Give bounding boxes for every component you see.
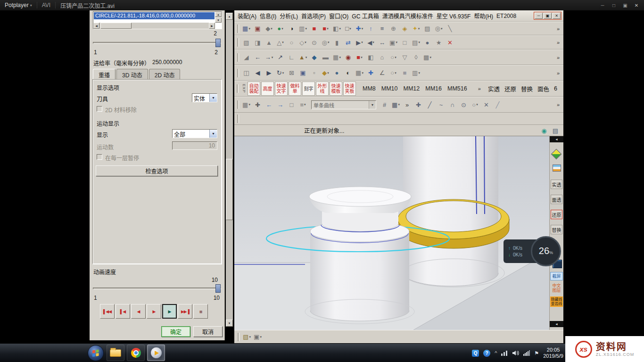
toolbar-icon[interactable]: ⊙ (458, 100, 469, 110)
tray-expand-icon[interactable]: ^ (495, 350, 497, 356)
toolbar-icon[interactable]: ◧ (365, 52, 376, 62)
scroll-right-icon[interactable]: ▶ (209, 23, 215, 29)
network-icon[interactable] (523, 350, 530, 356)
toolbar-icon[interactable]: ◨ (252, 38, 263, 48)
minimize-icon[interactable]: ─ (535, 13, 543, 19)
toolbar-icon[interactable]: → (275, 100, 286, 110)
sidebar-face-translucent-button[interactable]: 面透 (551, 195, 562, 204)
custom-tool-button[interactable]: 自动装配 (248, 82, 260, 96)
toolbar-grip[interactable] (237, 100, 239, 109)
sidebar-collapse-icon[interactable]: ◄ (550, 321, 563, 327)
toolbar-icon[interactable]: ▬ (320, 52, 331, 62)
fullscreen-icon[interactable]: ▣ (620, 1, 630, 9)
toolbar-icon[interactable]: ▦▾ (390, 100, 401, 110)
toolbar-icon[interactable]: ✕ (445, 38, 455, 48)
menu-item[interactable]: 信息(I) (258, 11, 278, 21)
toolbar-overflow-icon[interactable]: » (555, 102, 561, 107)
toolbar-icon[interactable]: ↗ (275, 52, 286, 62)
screenshot-button[interactable]: 截屏 (550, 272, 563, 280)
close-icon[interactable]: ✕ (553, 13, 561, 19)
custom-tool-button[interactable]: 快速模板 (330, 82, 342, 96)
toolbar-icon[interactable]: ◎▾ (320, 38, 331, 48)
toolbar-icon[interactable]: ◫ (241, 68, 252, 78)
go-to-start-button[interactable]: ▌◀◀ (100, 304, 115, 319)
toolbar-icon[interactable]: ✦▾ (411, 24, 421, 33)
video-area[interactable]: CIRCLE/-221.811,-18.416,0.000,0.0000000 … (0, 10, 644, 343)
scroll-down-icon[interactable]: ▼ (215, 17, 222, 23)
chevron-down-icon[interactable]: ▼ (209, 130, 217, 138)
toolbar-icon[interactable]: ▣▾ (252, 332, 263, 342)
toolbar-icon[interactable]: ▧▾ (241, 332, 252, 342)
position-slider[interactable] (93, 39, 221, 47)
scroll-down-icon[interactable]: ▼ (226, 320, 233, 327)
display-mode-label[interactable]: 6 (554, 85, 557, 92)
toolbar-icon[interactable]: ◀ (252, 68, 263, 78)
toolbar-icon[interactable]: →▾ (264, 52, 274, 62)
usage-percent-widget[interactable]: 26 % (531, 236, 561, 266)
toolbar-icon[interactable]: ◆▾ (264, 24, 274, 33)
menu-item[interactable]: 潇洒模具汽模标准件 (381, 11, 435, 21)
slider-track[interactable] (93, 42, 221, 44)
qq-tray-icon[interactable]: Q (472, 350, 479, 357)
toolbar-icon[interactable]: ⇄ (343, 38, 354, 48)
play-current-button[interactable]: ▶ (162, 304, 177, 319)
tool-dropdown[interactable]: 实体 ▼ (192, 93, 217, 102)
menu-item[interactable]: 星空 V6.935F (435, 11, 472, 21)
display-mode-label[interactable]: 面色 (537, 84, 549, 93)
toolbar-icon[interactable]: ▫ (309, 68, 320, 78)
toolbar-icon[interactable]: ⊠ (286, 68, 297, 78)
toolbar-icon[interactable]: ╱ (492, 100, 503, 110)
toolbar-icon[interactable]: ▤▾ (411, 38, 421, 48)
toolbar-icon[interactable]: ◆ (309, 52, 320, 62)
clock[interactable]: 20:05 2019/5/9 (543, 347, 563, 359)
menu-item[interactable]: 分析(L) (278, 11, 299, 21)
toolbar-grip[interactable] (237, 38, 239, 47)
app-menu-button[interactable]: Potplayer▾ (5, 2, 32, 8)
toolbar-icon[interactable]: ▥▾ (411, 68, 421, 78)
toolbar-icon[interactable]: ▶▾ (354, 38, 365, 48)
size-label[interactable]: MM516 (447, 85, 467, 92)
toolbar-icon[interactable]: ✚▾ (354, 24, 365, 33)
toolbar-icon[interactable]: ▥▾ (297, 24, 308, 33)
sidebar-collapse-icon[interactable]: ◄ (550, 136, 563, 142)
curve-rule-dropdown[interactable]: 单条曲线 ▼ (311, 100, 376, 109)
toolbar-icon[interactable]: ◀▾ (365, 38, 376, 48)
toolbar-icon[interactable]: ◧▾ (331, 24, 342, 33)
3d-scene[interactable] (234, 136, 549, 330)
custom-tool-button[interactable]: 外形线 (316, 82, 329, 96)
toolbar-icon[interactable]: ● (331, 68, 342, 78)
scroll-up-icon[interactable]: ▲ (226, 13, 233, 20)
toolbar-icon[interactable]: ∟ (286, 52, 297, 62)
toolbar-icon[interactable]: ▦▾ (241, 100, 252, 110)
slider-handle[interactable] (215, 39, 221, 47)
toolbar-icon[interactable]: ▨ (422, 24, 433, 33)
tab-replay[interactable]: 重播 (93, 69, 116, 80)
toolbar-icon[interactable]: ∩ (447, 100, 458, 110)
toolbar-icon[interactable]: ◆▾ (320, 68, 331, 78)
toolbar-icon[interactable]: ◉ (343, 52, 354, 62)
toolbar-icon[interactable]: ≡ (377, 24, 388, 33)
cancel-button[interactable]: 取消 (193, 326, 223, 337)
custom-tool-button[interactable]: 做料单 (289, 82, 301, 96)
toolbar-icon[interactable]: ■▾ (354, 52, 365, 62)
toolbar-icon[interactable]: ◇▾ (297, 38, 308, 48)
menu-item[interactable]: ET2008 (495, 12, 518, 20)
chevron-down-icon[interactable]: ▼ (369, 101, 376, 109)
scroll-left-icon[interactable]: ◀ (93, 23, 99, 29)
toolbar-icon[interactable]: □ (399, 38, 410, 48)
toolbar-icon[interactable]: ○▾ (470, 100, 480, 110)
toolbar-icon[interactable]: □▾ (343, 24, 354, 33)
toolbar-icon[interactable]: » (402, 100, 413, 110)
toolbar-icon[interactable]: ↑ (365, 24, 376, 33)
material-removal-checkbox[interactable] (97, 106, 102, 112)
toolbar-icon[interactable]: ◐ (343, 68, 354, 78)
motion-count-field[interactable]: 10 (172, 141, 217, 150)
pause-each-layer-checkbox[interactable] (97, 154, 102, 160)
toolbar-icon[interactable]: ▶ (264, 68, 274, 78)
menu-item[interactable]: 窗口(O) (328, 11, 350, 21)
tab-3d-dynamic[interactable]: 3D 动态 (116, 69, 148, 80)
play-backward-button[interactable]: ◀ (131, 304, 146, 319)
clipboard-icon[interactable]: ▤ (551, 126, 560, 135)
toolbar-grip[interactable] (238, 333, 239, 341)
toolbar-icon[interactable]: ◑ (286, 24, 297, 33)
